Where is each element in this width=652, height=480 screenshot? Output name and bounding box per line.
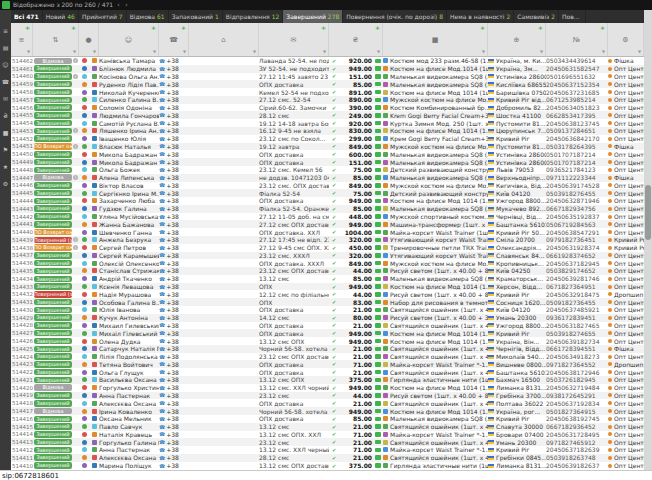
status-badge[interactable]: Завершений xyxy=(34,423,72,430)
client-phone[interactable]: ☎ +38 xyxy=(159,376,189,384)
client-name[interactable]: Анна Пастернак xyxy=(99,392,159,400)
client-name[interactable]: Силенко Галина В... xyxy=(99,96,159,104)
product-cell[interactable]: Майка-корсет Waist Trainer *-1... xyxy=(383,360,488,368)
client-name[interactable]: Анна Пастернак xyxy=(99,446,159,454)
order-row[interactable]: 514418 Завершений i Алексєєва Оксана ☎ +… xyxy=(11,399,644,407)
product-cell[interactable]: Рисуй светом (1шт. х 40.00 + 31... xyxy=(383,314,488,322)
stats-icon[interactable]: ★ xyxy=(3,164,8,170)
client-name[interactable]: Алена Липенська xyxy=(99,174,159,182)
ttn-cell[interactable]: 20450639281746 xyxy=(546,275,608,283)
status-badge[interactable]: Завершений xyxy=(34,213,72,220)
column-header-ph[interactable]: ☎ + ▼ xyxy=(159,23,189,56)
ttn-cell[interactable]: 0501707187214 xyxy=(546,150,608,158)
client-phone[interactable]: ☎ +38 xyxy=(159,182,189,190)
product-cell[interactable]: Маленькая видеокамера SQ8 (... xyxy=(383,205,488,213)
client-name[interactable]: Алексєєва Оксана xyxy=(99,454,159,462)
clients-icon[interactable]: ☺ xyxy=(2,62,8,68)
client-name[interactable]: Ольга Глущук xyxy=(99,368,159,376)
ttn-cell[interactable]: 0503726182945 xyxy=(546,376,608,384)
ttn-cell[interactable]: 20450632918475 xyxy=(546,290,608,298)
shipping-icon[interactable]: ⚑ xyxy=(3,147,8,153)
client-phone[interactable]: ☎ +38 xyxy=(159,322,189,330)
client-phone[interactable]: ☎ +38 xyxy=(159,80,189,88)
client-name[interactable]: Павло Савчук xyxy=(99,423,159,431)
ttn-cell[interactable]: 0938172645291 xyxy=(546,392,608,400)
status-badge[interactable]: ПО Возврат ож. xyxy=(34,244,72,251)
product-cell[interactable]: Утягивающий корсет Waist Trai... xyxy=(383,252,488,260)
order-row[interactable]: 514434 Завершений i Андрій Ткаченко ☎ +3… xyxy=(11,275,644,283)
tab-new[interactable]: Новий 46 xyxy=(43,10,79,23)
client-name[interactable]: Ірина Коваленко xyxy=(99,407,159,415)
order-row[interactable]: 514427 Завершений i Михаіл Гілевський ☎ … xyxy=(11,329,644,337)
client-phone[interactable]: ☎ +38 xyxy=(159,267,189,275)
ttn-cell[interactable]: 20450639182637 xyxy=(546,462,608,470)
ttn-cell[interactable]: 20450631728495 xyxy=(546,431,608,439)
order-row[interactable]: 514411 Завершений i Алексєєва Оксана ☎ +… xyxy=(11,454,644,462)
ttn-cell[interactable]: 0501696551632 xyxy=(546,73,608,81)
client-name[interactable]: Олексій Олексенко xyxy=(99,259,159,267)
client-phone[interactable]: ☎ +38 xyxy=(159,158,189,166)
order-row[interactable]: 514431 Завершений i Особова Галина В... … xyxy=(11,298,644,306)
client-name[interactable]: Алексєєва Оксана xyxy=(99,399,159,407)
app-logo-icon[interactable] xyxy=(2,1,10,9)
sort-icon[interactable]: ▼ xyxy=(377,50,380,54)
ttn-cell[interactable]: 0501707187214 xyxy=(546,158,608,166)
order-row[interactable]: 514435 Завершений i Станіслав Стрижак ☎ … xyxy=(11,267,644,275)
order-row[interactable]: 514447 Відмова i Алена Липенська ☎ +38 н… xyxy=(11,174,644,182)
tab-packed[interactable]: Запакований 1 xyxy=(169,10,223,23)
client-phone[interactable]: ☎ +38 xyxy=(159,96,189,104)
order-row[interactable]: 514420 Відмова i Горгулько Христина ☎ +3… xyxy=(11,384,644,392)
sort-icon[interactable]: ▼ xyxy=(153,50,156,54)
order-row[interactable]: 514419 Завершений i Анна Пастернак ☎ +38… xyxy=(11,392,644,400)
order-row[interactable]: 514454 Завершений i Самотій Руслана В...… xyxy=(11,119,644,127)
status-badge[interactable]: Завершений xyxy=(34,167,72,174)
ttn-cell[interactable]: 20450637192834 xyxy=(546,399,608,407)
status-badge[interactable]: Завершений xyxy=(34,276,72,283)
order-row[interactable]: 514461 Завершений i Блізнюк Людмила ☎ +3… xyxy=(11,65,644,73)
client-name[interactable]: Васильєва Оксана xyxy=(99,376,159,384)
product-cell[interactable]: Детский развивающий констру... xyxy=(383,166,488,174)
client-phone[interactable]: ☎ +38 xyxy=(159,353,189,361)
client-name[interactable]: Михаіл Гілевський xyxy=(99,329,159,337)
order-row[interactable]: 514452 Завершений i Іващенко Юлія ☎ +38 … xyxy=(11,135,644,143)
status-badge[interactable]: Завершений xyxy=(34,346,72,353)
product-cell[interactable]: Утягивающий корсет Waist Trai... xyxy=(383,236,488,244)
order-row[interactable]: 514421 Завершений i Васильєва Оксана ☎ +… xyxy=(11,376,644,384)
order-row[interactable]: 514413 Завершений i Горгулько Галина В..… xyxy=(11,438,644,446)
client-name[interactable]: Людмила Гончарова xyxy=(99,111,159,119)
sort-icon[interactable]: ▼ xyxy=(253,50,256,54)
status-badge[interactable]: Завершений xyxy=(34,392,72,399)
status-badge[interactable]: Завершений xyxy=(34,377,72,384)
status-badge[interactable]: Завершений xyxy=(34,89,72,96)
client-phone[interactable]: ☎ +38 xyxy=(159,438,189,446)
order-row[interactable]: 514422 Завершений i Ольга Глущук ☎ +38 О… xyxy=(11,368,644,376)
column-header-id[interactable]: ≡ + ▼ xyxy=(11,23,33,56)
client-name[interactable]: Микола Бадражан xyxy=(99,158,159,166)
ttn-cell[interactable]: 0503918276455 xyxy=(546,189,608,197)
vertical-scrollbar[interactable] xyxy=(644,10,652,470)
client-phone[interactable]: ☎ +38 xyxy=(159,298,189,306)
client-name[interactable]: Ксенія Леващова xyxy=(99,283,159,291)
client-phone[interactable]: ☎ +38 xyxy=(159,431,189,439)
order-row[interactable]: 514446 Завершений i Віктор Власов ☎ +38 … xyxy=(11,182,644,190)
product-cell[interactable]: Майка-корсет Waist Trainer *-1... xyxy=(383,431,488,439)
product-cell[interactable]: Костюм на флисе Мод 1014 (1... xyxy=(383,127,488,135)
client-name[interactable]: Микола Бадражан xyxy=(99,150,159,158)
client-phone[interactable]: ☎ +38 xyxy=(159,392,189,400)
client-phone[interactable]: ☎ +38 xyxy=(159,127,189,135)
add-filter-icon[interactable]: + xyxy=(25,25,30,30)
tab-declined[interactable]: Відмова 61 xyxy=(127,10,169,23)
client-phone[interactable]: ☎ +38 xyxy=(159,73,189,81)
ttn-cell[interactable]: 0971827465912 xyxy=(546,438,608,446)
client-phone[interactable]: ☎ +38 xyxy=(159,290,189,298)
add-filter-icon[interactable]: + xyxy=(600,25,605,30)
ttn-cell[interactable]: 0503918274655 xyxy=(546,329,608,337)
client-phone[interactable]: ☎ +38 xyxy=(159,197,189,205)
order-row[interactable]: 514442 Завершений i Уляна Мусійовська ☎ … xyxy=(11,213,644,221)
status-badge[interactable]: Завершений xyxy=(34,369,72,376)
product-cell[interactable]: Костюм на флисе Мод.1014 (1ш... xyxy=(383,65,488,73)
ttn-cell[interactable]: 0971827364552 xyxy=(546,360,608,368)
client-name[interactable]: Андрій Ткаченко xyxy=(99,275,159,283)
client-phone[interactable]: ☎ +38 xyxy=(159,57,189,65)
tab-pickup[interactable]: Самовивіз 2 xyxy=(514,10,559,23)
